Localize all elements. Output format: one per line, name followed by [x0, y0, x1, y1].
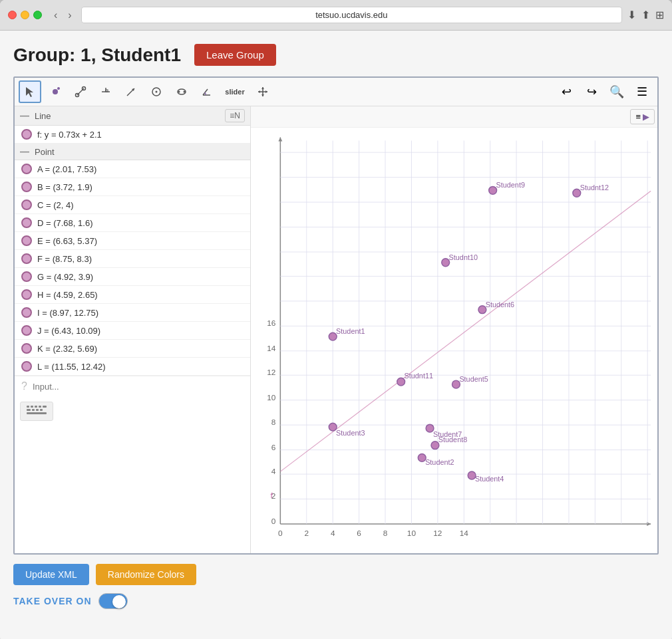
keyboard-button[interactable] — [20, 402, 53, 421]
move-view-tool-button[interactable] — [252, 80, 274, 103]
point-item-B[interactable]: B = (3.72, 1.9) — [15, 178, 250, 196]
angle-tool-button[interactable] — [196, 80, 218, 103]
point-label-L: L = (11.55, 12.42) — [37, 362, 106, 372]
svg-text:6: 6 — [357, 529, 361, 538]
point-dot-J — [21, 325, 32, 336]
point-label-A: A = (2.01, 7.53) — [37, 164, 96, 174]
point-item-L[interactable]: L = (11.55, 12.42) — [15, 358, 250, 376]
expression-input[interactable] — [33, 382, 244, 392]
svg-rect-33 — [27, 412, 47, 414]
graph-sort-button[interactable]: ≡ ▶ — [630, 109, 655, 124]
point-item-F[interactable]: F = (8.75, 8.3) — [15, 250, 250, 268]
svg-text:Student8: Student8 — [438, 436, 467, 444]
back-button[interactable]: ‹ — [50, 8, 61, 23]
svg-text:12: 12 — [267, 368, 275, 377]
svg-marker-20 — [261, 87, 264, 89]
point-item-J[interactable]: J = (6.43, 10.09) — [15, 322, 250, 340]
point-dot-G — [21, 271, 32, 282]
svg-text:10: 10 — [267, 393, 276, 402]
maximize-button[interactable] — [33, 11, 42, 19]
svg-rect-8 — [106, 90, 108, 92]
point-item-A[interactable]: A = (2.01, 7.53) — [15, 160, 250, 178]
download-button[interactable]: ⬇ — [627, 9, 636, 21]
takeover-label: TAKE OVER ON — [13, 596, 92, 606]
point-label-F: F = (8.75, 8.3) — [37, 254, 92, 264]
point-section-collapse[interactable]: — — [20, 146, 29, 157]
point-dot-E — [21, 235, 32, 246]
page-title: Group: 1, Student1 — [13, 45, 181, 66]
address-bar[interactable]: tetsuo.ucdavis.edu — [81, 7, 622, 23]
point-dot-F — [21, 253, 32, 264]
zoom-button[interactable]: 🔍 — [605, 80, 628, 103]
update-xml-button[interactable]: Update XML — [13, 564, 89, 585]
new-tab-button[interactable]: ⊞ — [655, 9, 664, 21]
point-dot-L — [21, 361, 32, 372]
redo-button[interactable]: ↪ — [580, 80, 603, 103]
point-label-H: H = (4.59, 2.65) — [37, 290, 98, 300]
minimize-button[interactable] — [21, 11, 29, 19]
select-tool-button[interactable] — [19, 80, 41, 103]
svg-text:Student4: Student4 — [475, 475, 504, 483]
svg-text:8: 8 — [271, 418, 276, 427]
toolbar: slider ↩ ↪ 🔍 ☰ — [15, 78, 657, 106]
svg-text:14: 14 — [460, 529, 469, 538]
svg-rect-30 — [32, 409, 35, 411]
svg-point-14 — [178, 91, 180, 93]
svg-rect-26 — [35, 406, 37, 408]
point-item-H[interactable]: H = (4.59, 2.65) — [15, 286, 250, 304]
ellipse-tool-button[interactable] — [170, 80, 193, 103]
point-tool-button[interactable] — [44, 80, 67, 103]
svg-text:4: 4 — [331, 529, 335, 538]
takeover-row: TAKE OVER ON — [13, 593, 659, 609]
point-item-K[interactable]: K = (2.32, 5.69) — [15, 340, 250, 358]
line-tool-button[interactable] — [69, 80, 92, 103]
function-item[interactable]: f: y = 0.73x + 2.1 — [15, 126, 250, 144]
function-dot — [21, 129, 32, 140]
point-section-label: Point — [35, 147, 55, 157]
main-area: — Line ≡N f: y = 0.73x + 2.1 — Point — [15, 106, 657, 553]
svg-text:2: 2 — [304, 529, 309, 538]
keyboard-area — [15, 396, 250, 426]
point-item-C[interactable]: C = (2, 4) — [15, 196, 250, 214]
circle-tool-button[interactable] — [145, 80, 168, 103]
takeover-toggle[interactable] — [98, 593, 128, 609]
point-label-D: D = (7.68, 1.6) — [37, 218, 92, 228]
leave-group-button[interactable]: Leave Group — [194, 44, 276, 66]
line-section-collapse[interactable]: — — [20, 110, 29, 121]
point-item-I[interactable]: I = (8.97, 12.75) — [15, 304, 250, 322]
svg-point-15 — [184, 91, 186, 93]
bottom-buttons: Update XML Randomize Colors — [13, 564, 659, 585]
sort-button[interactable]: ≡N — [225, 109, 245, 122]
svg-rect-27 — [39, 406, 41, 408]
undo-button[interactable]: ↩ — [555, 80, 578, 103]
slider-tool-button[interactable]: slider — [221, 80, 249, 103]
svg-text:Student5: Student5 — [459, 375, 488, 383]
graph-area[interactable]: ≡ ▶ — [251, 106, 657, 553]
randomize-colors-button[interactable]: Randomize Colors — [96, 564, 196, 585]
perpendicular-tool-button[interactable] — [94, 80, 117, 103]
svg-rect-31 — [36, 409, 39, 411]
input-help-icon: ? — [21, 380, 27, 392]
forward-button[interactable]: › — [64, 8, 75, 23]
svg-text:Student2: Student2 — [425, 458, 454, 466]
traffic-lights — [8, 11, 42, 19]
vector-tool-button[interactable] — [120, 80, 142, 103]
close-button[interactable] — [8, 11, 17, 19]
svg-text:6: 6 — [271, 443, 276, 452]
point-item-D[interactable]: D = (7.68, 1.6) — [15, 214, 250, 232]
function-label: f: y = 0.73x + 2.1 — [37, 130, 102, 140]
point-item-G[interactable]: G = (4.92, 3.9) — [15, 268, 250, 286]
point-dot-H — [21, 289, 32, 300]
geogebra-container: slider ↩ ↪ 🔍 ☰ — — [13, 76, 659, 555]
svg-rect-24 — [27, 406, 29, 408]
menu-button[interactable]: ☰ — [631, 80, 653, 103]
point-dot-D — [21, 217, 32, 228]
svg-text:10: 10 — [407, 529, 417, 538]
browser-chrome: ‹ › tetsuo.ucdavis.edu ⬇ ⬆ ⊞ — [0, 0, 672, 31]
svg-text:0: 0 — [271, 517, 276, 526]
share-button[interactable]: ⬆ — [641, 9, 650, 21]
input-row: ? — [15, 376, 250, 396]
point-item-E[interactable]: E = (6.63, 5.37) — [15, 232, 250, 250]
toolbar-right: ↩ ↪ 🔍 ☰ — [555, 80, 653, 103]
point-label-J: J = (6.43, 10.09) — [37, 326, 100, 336]
